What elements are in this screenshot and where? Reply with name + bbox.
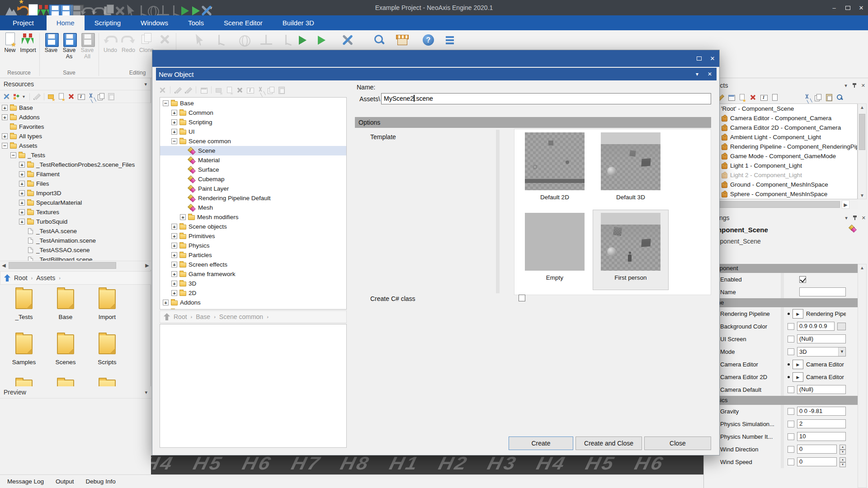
objects-tree-item[interactable]: Light 2 - Component_Light <box>704 170 857 180</box>
tree-item[interactable]: _TestASSAO.scene <box>0 245 151 255</box>
tree-item[interactable]: +Addons <box>0 113 151 122</box>
tree-item[interactable]: +Particles <box>160 250 346 260</box>
run-icon[interactable] <box>188 4 196 12</box>
property-value-field[interactable]: (Null) <box>797 334 846 343</box>
tree-item[interactable]: +TurboSquid <box>0 217 151 226</box>
folder-thumbnail[interactable]: Base <box>46 289 85 333</box>
cut-icon[interactable] <box>257 86 264 94</box>
rename-icon[interactable] <box>246 86 254 94</box>
tree-item[interactable]: Rendering Pipeline Default <box>160 193 346 203</box>
template-option-empty[interactable]: Empty <box>517 210 592 290</box>
tree-expander[interactable]: + <box>163 300 169 305</box>
tree-item[interactable]: Surface <box>160 165 346 174</box>
objects-tree-item[interactable]: Sphere - Component_MeshInSpace <box>704 189 857 199</box>
close-icon[interactable]: ✕ <box>706 50 719 67</box>
create-class-checkbox[interactable] <box>519 295 525 301</box>
tree-item[interactable]: +2D <box>160 288 346 298</box>
scale-tool-icon[interactable] <box>156 4 164 12</box>
tree-item[interactable]: +Scripting <box>160 117 346 127</box>
create-and-close-button[interactable]: Create and Close <box>576 436 642 450</box>
folder-thumbnail[interactable]: Import <box>88 289 127 333</box>
template-option-default-3d[interactable]: Default 3D <box>593 130 668 209</box>
objects-tree-item[interactable]: Camera Editor 2D - Component_Camera <box>704 123 857 132</box>
paste-icon[interactable] <box>825 94 833 101</box>
tree-item[interactable]: +Mesh modifiers <box>160 212 346 222</box>
tree-item[interactable]: −Assets <box>0 141 151 150</box>
tree-expander[interactable]: + <box>171 224 177 230</box>
default-indicator-box[interactable] <box>788 433 794 440</box>
property-value-field[interactable]: 10 <box>797 432 846 441</box>
tree-expander[interactable]: + <box>171 271 177 277</box>
spinner-down-icon[interactable]: ▼ <box>840 462 846 467</box>
minimize-button[interactable]: – <box>827 0 841 15</box>
tree-item[interactable]: Mesh <box>160 203 346 212</box>
close-icon[interactable]: ✕ <box>703 71 717 77</box>
copy-icon[interactable] <box>97 93 105 100</box>
default-indicator-box[interactable] <box>788 421 794 427</box>
tree-expander[interactable]: − <box>10 152 16 158</box>
tree-item[interactable]: +Base <box>0 103 151 113</box>
default-indicator-box[interactable] <box>788 446 794 453</box>
folder-thumbnail[interactable]: Scripts <box>88 334 127 379</box>
objects-tree-item[interactable]: Rendering Pipeline - Component_Rendering… <box>704 142 857 151</box>
folder-thumbnail[interactable]: _Tests <box>5 289 43 333</box>
tree-item[interactable]: Scene <box>160 146 346 155</box>
scroll-up-icon[interactable]: ▲ <box>858 105 866 110</box>
new-file-icon[interactable] <box>57 93 65 100</box>
redo-icon[interactable] <box>90 4 99 12</box>
folder-thumbnail[interactable]: Samples <box>5 334 43 379</box>
cut-icon[interactable] <box>87 93 95 100</box>
copy-icon[interactable] <box>814 94 822 101</box>
number-spinner[interactable]: ▲▼ <box>840 457 846 467</box>
delete-icon[interactable] <box>236 86 244 94</box>
scene-viewport[interactable]: H4 H5 H6 H7 H8 H1 H2 H3 H4 H5 H6 <box>151 455 703 474</box>
close-icon[interactable]: ✕ <box>862 215 866 221</box>
edit-icon[interactable] <box>174 86 182 94</box>
tree-item[interactable]: +Filament <box>0 169 151 179</box>
close-button[interactable]: ✕ <box>854 0 868 15</box>
property-checkbox[interactable] <box>799 276 806 283</box>
scroll-up-icon[interactable]: ▲ <box>858 265 866 270</box>
new-folder-icon[interactable] <box>47 93 55 100</box>
tree-item[interactable]: Favorites <box>160 307 346 310</box>
breadcrumb-item[interactable]: Root <box>174 313 187 320</box>
tree-expander[interactable]: − <box>163 100 169 106</box>
spinner-up-icon[interactable]: ▲ <box>840 457 846 462</box>
filter-icon[interactable] <box>13 93 20 100</box>
new-file-icon[interactable] <box>226 86 233 94</box>
tree-item[interactable]: +Game framework <box>160 269 346 279</box>
tree-expander[interactable]: + <box>19 219 25 225</box>
tree-item[interactable]: +3D <box>160 279 346 288</box>
folder-thumbnail-clipped[interactable] <box>88 380 127 386</box>
tab-project[interactable]: Project <box>0 15 47 30</box>
scroll-right-icon[interactable]: ▶ <box>842 200 849 209</box>
tools-icon[interactable] <box>159 86 166 94</box>
tree-expander[interactable]: + <box>19 190 25 196</box>
tree-item[interactable]: +_TestReflectionProbes2.scene_Files <box>0 160 151 169</box>
objects-tree-item[interactable]: 'Root' - Component_Scene <box>704 104 857 113</box>
redo-button[interactable]: Redo <box>119 32 137 69</box>
tree-item[interactable]: +Files <box>0 179 151 188</box>
undo-button[interactable]: Undo <box>101 32 119 69</box>
tree-item[interactable]: −_Tests <box>0 150 151 160</box>
default-indicator-box[interactable] <box>788 336 794 343</box>
objects-tree-item[interactable]: Light 1 - Component_Light <box>704 161 857 170</box>
objects-tree-item[interactable]: Ambient Light - Component_Light <box>704 132 857 142</box>
tree-item[interactable]: +Primitives <box>160 231 346 241</box>
rotate-tool-icon[interactable] <box>145 4 153 12</box>
new-file-icon[interactable] <box>738 94 746 101</box>
tree-item[interactable]: +All types <box>0 131 151 141</box>
tab-home[interactable]: Home <box>47 15 85 30</box>
tree-item[interactable]: +Screen effects <box>160 260 346 269</box>
default-indicator-box[interactable] <box>788 459 794 465</box>
tree-expander[interactable]: + <box>19 171 25 177</box>
breadcrumb-item[interactable]: Base <box>196 313 210 320</box>
panel-menu-icon[interactable]: ▾ <box>845 215 848 221</box>
window-icon[interactable] <box>727 94 735 101</box>
play-icon[interactable] <box>177 4 185 12</box>
tree-expander[interactable]: + <box>171 252 177 258</box>
new-button[interactable]: New <box>1 32 19 69</box>
maximize-button[interactable] <box>841 0 854 15</box>
tools-icon[interactable] <box>3 93 10 100</box>
paste-icon[interactable] <box>278 86 285 94</box>
